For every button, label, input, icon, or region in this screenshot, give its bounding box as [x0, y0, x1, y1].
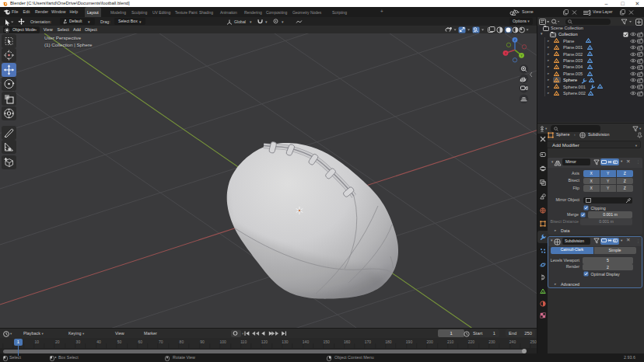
svg-text:X: X	[505, 51, 507, 55]
svg-text:Y: Y	[520, 54, 523, 57]
